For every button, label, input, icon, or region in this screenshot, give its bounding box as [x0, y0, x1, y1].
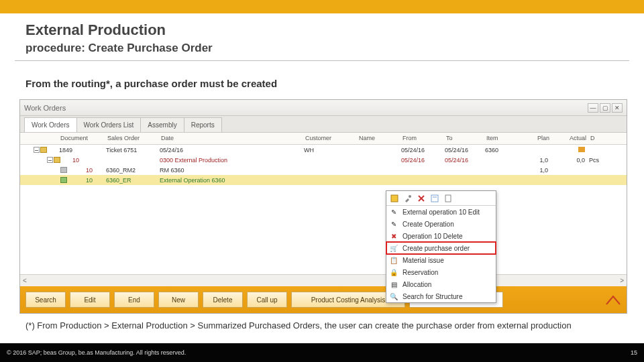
- divider: [15, 60, 629, 61]
- operation-icon: [60, 177, 67, 183]
- table-row[interactable]: 10 6360_ER External Operation 6360: [20, 175, 627, 185]
- context-toolbar: [386, 191, 496, 206]
- col-name-h: Name: [359, 133, 402, 144]
- btn-label: Search: [35, 296, 56, 304]
- callup-button[interactable]: Call up: [247, 292, 287, 308]
- cell: 05/24/16: [401, 157, 445, 164]
- ctx-label: Material issue: [402, 257, 444, 264]
- ctx-reservation[interactable]: 🔒Reservation: [386, 266, 496, 278]
- collapse-icon[interactable]: [34, 147, 40, 153]
- cell: Pcs: [589, 157, 609, 164]
- cell: 05/24/16: [401, 147, 445, 154]
- cell: 05/24/16: [445, 157, 485, 164]
- search-button[interactable]: Search: [25, 292, 66, 308]
- ctx-material-issue[interactable]: 📋Material issue: [386, 254, 496, 266]
- ctx-label: External operation 10 Edit: [402, 208, 480, 216]
- cell: 05/24/16: [160, 147, 304, 154]
- btn-label: Edit: [84, 296, 95, 304]
- ctx-delete-operation[interactable]: ✖Operation 10 Delete: [386, 230, 496, 242]
- table-row[interactable]: 10 0300 External Production 05/24/16 05/…: [20, 155, 627, 165]
- end-button[interactable]: End: [114, 292, 154, 308]
- clipboard-icon[interactable]: [443, 193, 453, 204]
- tab-work-orders[interactable]: Work Orders: [24, 117, 77, 132]
- grid-icon: ▤: [389, 280, 398, 289]
- tab-assembly[interactable]: Assembly: [140, 117, 184, 132]
- ctx-label: Create Operation: [402, 221, 454, 228]
- calc-icon[interactable]: [429, 193, 440, 204]
- tab-label: Work Orders List: [84, 121, 134, 129]
- col-document: Document: [60, 133, 107, 144]
- edit-icon: ✎: [389, 207, 398, 217]
- lock-icon: 🔒: [389, 267, 398, 277]
- cell: 10: [86, 177, 106, 184]
- btn-label: Product Costing Analysis: [311, 296, 386, 304]
- ctx-label: Create purchase order: [402, 245, 470, 252]
- delete-button[interactable]: Delete: [203, 292, 243, 308]
- tab-label: Reports: [191, 121, 215, 129]
- new-button[interactable]: New: [158, 292, 199, 308]
- ctx-label: Reservation: [402, 269, 438, 276]
- cell: 0,0: [552, 157, 589, 164]
- page-subtitle: procedure: Create Purchase Order: [25, 42, 213, 55]
- copyright: © 2016 SAP; beas Group, be.as Manufactur…: [7, 349, 186, 356]
- edit-icon: ✎: [389, 219, 398, 229]
- col-item: Item: [486, 133, 517, 144]
- button-bar: Search Edit End New Delete Call up Produ…: [20, 286, 627, 313]
- slide-header: External Production procedure: Create Pu…: [25, 21, 213, 55]
- close-button[interactable]: ✕: [612, 103, 623, 113]
- cell: 10: [72, 157, 106, 164]
- col-customer: Customer: [305, 133, 359, 144]
- col-date: Date: [161, 133, 305, 144]
- ctx-create-operation[interactable]: ✎Create Operation: [386, 218, 496, 230]
- tab-reports[interactable]: Reports: [184, 117, 222, 132]
- ctx-label: Allocation: [402, 281, 431, 288]
- accent-bar: [0, 0, 644, 13]
- ctx-search-structure[interactable]: 🔍Search for Structure: [386, 290, 496, 302]
- clipboard-icon: 📋: [389, 255, 398, 265]
- btn-label: Call up: [256, 296, 277, 304]
- context-menu: ✎External operation 10 Edit ✎Create Oper…: [386, 190, 496, 303]
- ctx-create-purchase-order[interactable]: 🛒Create purchase order: [386, 242, 496, 254]
- col-actual: Actual: [553, 133, 590, 144]
- lead-text: From the routing*, a purchase order must…: [25, 78, 277, 89]
- cell: RM 6360: [160, 167, 304, 174]
- btn-label: Delete: [213, 296, 233, 304]
- cell: 05/24/16: [445, 147, 485, 154]
- delete-icon: ✖: [389, 231, 398, 241]
- app-window: Work Orders — ▢ ✕ Work Orders Work Order…: [19, 99, 627, 314]
- cell: 6360_RM2: [106, 167, 160, 174]
- collapse-icon[interactable]: [47, 157, 53, 163]
- cell: 0300 External Production: [160, 157, 304, 164]
- material-icon: [60, 167, 67, 173]
- window-title: Work Orders: [24, 104, 66, 112]
- cell: External Operation 6360: [160, 177, 304, 184]
- tab-bar: Work Orders Work Orders List Assembly Re…: [20, 116, 627, 133]
- flag-icon: [578, 147, 585, 152]
- wrench-icon[interactable]: [402, 193, 413, 204]
- ctx-allocation[interactable]: ▤Allocation: [386, 278, 496, 290]
- horizontal-scrollbar[interactable]: <>: [20, 274, 627, 286]
- page-number: 15: [631, 349, 637, 356]
- tab-label: Work Orders: [32, 121, 70, 129]
- cart-icon: 🛒: [389, 243, 398, 253]
- table-row[interactable]: 1849 Ticket 6751 05/24/16 WH 05/24/16 05…: [20, 145, 627, 155]
- search-icon: 🔍: [389, 292, 398, 301]
- tool-icon[interactable]: [389, 193, 400, 204]
- ctx-label: Operation 10 Delete: [402, 233, 463, 240]
- ctx-edit-external-op[interactable]: ✎External operation 10 Edit: [386, 206, 496, 218]
- cell: 1,0: [515, 157, 552, 164]
- delete-icon[interactable]: [416, 193, 427, 204]
- page-title: External Production: [25, 21, 213, 39]
- edit-button[interactable]: Edit: [70, 292, 110, 308]
- grid-header: Document Sales Order Date Customer Name …: [20, 133, 627, 145]
- cell: WH: [304, 147, 358, 154]
- table-row[interactable]: 10 6360_RM2 RM 6360 1,0: [20, 165, 627, 175]
- tab-work-orders-list[interactable]: Work Orders List: [76, 117, 142, 132]
- svg-rect-0: [391, 195, 398, 202]
- cell: 1849: [59, 147, 106, 154]
- item-icon: [54, 157, 60, 163]
- tab-label: Assembly: [148, 121, 176, 129]
- minimize-button[interactable]: —: [588, 103, 598, 113]
- maximize-button[interactable]: ▢: [600, 103, 610, 113]
- col-plan: Plan: [517, 133, 553, 144]
